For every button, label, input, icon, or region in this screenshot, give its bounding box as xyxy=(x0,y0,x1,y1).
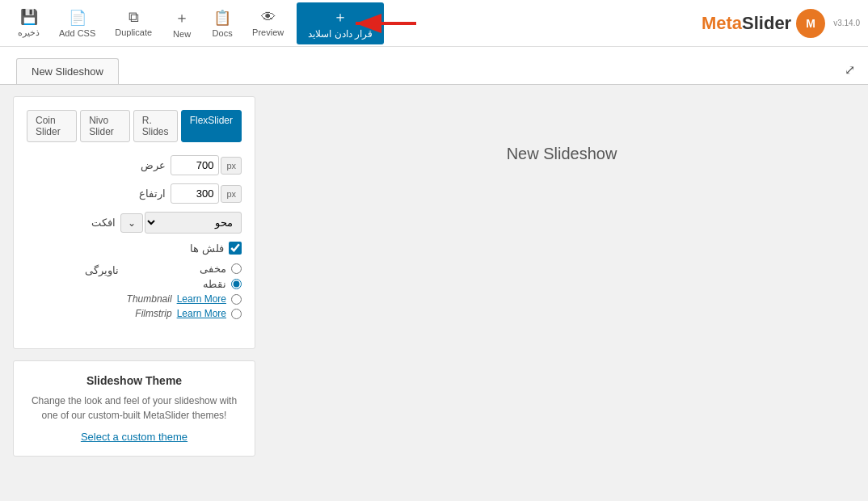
left-panel: Coin Slider Nivo Slider R. Slides FlexSl… xyxy=(13,96,255,457)
select-theme-link[interactable]: Select a custom theme xyxy=(81,431,188,443)
flex-slider-tab[interactable]: FlexSlider xyxy=(181,110,242,142)
nivo-slider-tab[interactable]: Nivo Slider xyxy=(80,110,130,142)
duplicate-button[interactable]: ⧉ Duplicate xyxy=(105,4,162,42)
nav-thumbnail-row: Thumbnail Learn More xyxy=(127,293,242,305)
docs-icon: 📋 xyxy=(213,9,231,27)
theme-card: Slideshow Theme Change the look and feel… xyxy=(13,360,255,457)
effect-select[interactable]: محو اسلاید xyxy=(145,212,242,234)
tab-bar: New Slideshow ⤢ xyxy=(0,47,868,85)
chevron-down-icon[interactable]: ⌄ xyxy=(120,213,143,233)
nav-hidden-radio[interactable] xyxy=(231,263,242,274)
flash-row: فلش ها xyxy=(27,242,242,255)
save-icon: 💾 xyxy=(20,8,38,26)
save-button[interactable]: 💾 ذخیره xyxy=(8,3,49,43)
expand-icon[interactable]: ⤢ xyxy=(845,62,855,78)
preview-button[interactable]: 👁 Preview xyxy=(242,4,293,42)
main-content: Coin Slider Nivo Slider R. Slides FlexSl… xyxy=(0,85,868,468)
nav-hidden-row: مخفی xyxy=(200,263,242,275)
width-row: عرض px xyxy=(27,155,242,175)
height-input[interactable] xyxy=(171,183,219,204)
nav-filmstrip-row: Filmstrip Learn More xyxy=(135,308,242,319)
theme-description: Change the look and feel of your slidesh… xyxy=(27,394,242,423)
effect-row: افکت ⌄ محو اسلاید xyxy=(27,212,242,234)
metaslider-logo: MetaSlider M v3.14.0 xyxy=(702,9,860,38)
height-row: ارتفاع px xyxy=(27,183,242,204)
nav-dot-radio[interactable] xyxy=(231,279,242,289)
logo-icon: M xyxy=(796,9,825,38)
nav-thumbnail-radio[interactable] xyxy=(231,294,242,305)
width-input-group: px xyxy=(171,155,242,175)
slideshow-preview-title: New Slideshow xyxy=(507,145,617,163)
toolbar: 💾 ذخیره 📄 Add CSS ⧉ Duplicate ＋ New 📋 Do… xyxy=(0,0,868,47)
nav-radio-group: مخفی نقطه Thumbnail Learn More Filmstrip xyxy=(127,263,242,319)
new-button[interactable]: ＋ New xyxy=(162,3,202,44)
flash-checkbox[interactable] xyxy=(229,242,242,255)
arrow-annotation xyxy=(348,8,420,41)
width-input[interactable] xyxy=(171,155,219,175)
duplicate-icon: ⧉ xyxy=(129,9,139,26)
effect-select-group: ⌄ محو اسلاید xyxy=(120,212,242,234)
nav-dot-row: نقطه xyxy=(203,278,242,290)
docs-button[interactable]: 📋 Docs xyxy=(202,4,242,43)
filmstrip-learn-more-link[interactable]: Learn More xyxy=(177,308,226,319)
css-icon: 📄 xyxy=(69,9,86,27)
slider-type-tabs: Coin Slider Nivo Slider R. Slides FlexSl… xyxy=(27,110,242,142)
slider-type-card: Coin Slider Nivo Slider R. Slides FlexSl… xyxy=(13,96,255,349)
theme-title: Slideshow Theme xyxy=(27,374,242,387)
insert-icon: ＋ xyxy=(333,7,348,27)
right-panel: New Slideshow xyxy=(268,96,855,457)
tab-new-slideshow[interactable]: New Slideshow xyxy=(16,58,119,84)
add-css-button[interactable]: 📄 Add CSS xyxy=(49,4,105,43)
eye-icon: 👁 xyxy=(261,9,276,26)
plus-icon: ＋ xyxy=(175,8,189,27)
nav-filmstrip-radio[interactable] xyxy=(231,309,242,319)
thumbnail-learn-more-link[interactable]: Learn More xyxy=(177,293,226,305)
coin-slider-tab[interactable]: Coin Slider xyxy=(27,110,77,142)
r-slides-tab[interactable]: R. Slides xyxy=(133,110,178,142)
height-input-group: px xyxy=(171,183,242,204)
